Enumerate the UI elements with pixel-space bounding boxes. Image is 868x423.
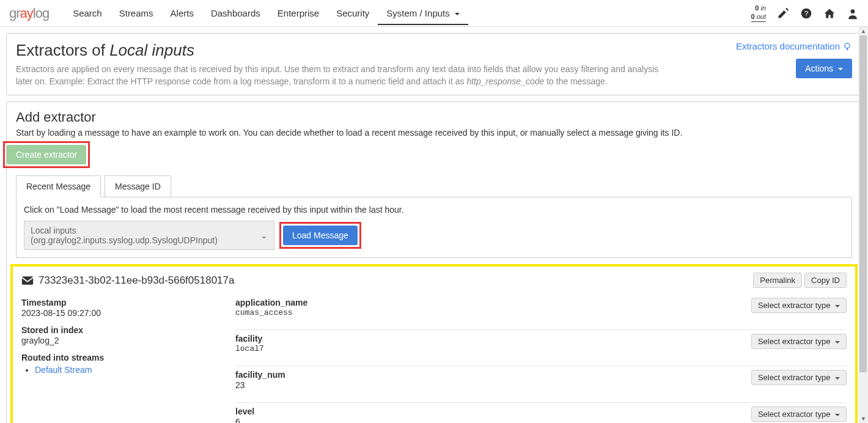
- timestamp-value: 2023-08-15 09:27:00: [21, 308, 217, 318]
- input-select[interactable]: Local inputs (org.graylog2.inputs.syslog…: [24, 221, 274, 250]
- nav-search[interactable]: Search: [64, 1, 111, 25]
- chevron-down-icon: [835, 414, 840, 416]
- field-row: level6Select extractor type: [235, 402, 847, 423]
- message-meta-column: Timestamp 2023-08-15 09:27:00 Stored in …: [21, 298, 217, 423]
- actions-button[interactable]: Actions: [796, 59, 852, 78]
- chevron-down-icon: [835, 305, 840, 307]
- field-value: 23: [235, 380, 745, 390]
- field-name: facility: [235, 334, 745, 344]
- chevron-down-icon: [838, 68, 843, 70]
- field-name: facility_num: [235, 370, 745, 380]
- page-description: Extractors are applied on every message …: [16, 64, 664, 87]
- tab-content: Click on "Load Message" to load the most…: [16, 197, 852, 258]
- select-extractor-type-button[interactable]: Select extractor type: [751, 298, 847, 313]
- field-name: level: [235, 406, 745, 416]
- user-icon[interactable]: [847, 7, 859, 20]
- select-extractor-type-button[interactable]: Select extractor type: [751, 334, 847, 349]
- tab-message-id[interactable]: Message ID: [105, 175, 171, 197]
- field-row: application_namecumas_accessSelect extra…: [235, 298, 847, 325]
- lightbulb-icon: [842, 42, 852, 51]
- field-row: facilitylocal7Select extractor type: [235, 329, 847, 361]
- add-extractor-desc: Start by loading a message to have an ex…: [16, 128, 852, 138]
- page-header-panel: Extractors of Local inputs Extractors ar…: [6, 33, 862, 95]
- nav-system-inputs[interactable]: System / Inputs: [378, 1, 468, 25]
- chevron-down-icon: [455, 13, 460, 15]
- message-body: Timestamp 2023-08-15 09:27:00 Stored in …: [21, 298, 847, 423]
- list-item: Default Stream: [35, 365, 217, 375]
- in-count: 0: [755, 4, 759, 12]
- logo[interactable]: graylog: [9, 6, 49, 21]
- highlight-box-red: Load Message: [279, 222, 361, 249]
- svg-rect-6: [22, 276, 33, 284]
- nav-streams[interactable]: Streams: [111, 1, 162, 25]
- svg-point-2: [851, 9, 855, 13]
- nav-dashboards[interactable]: Dashboards: [202, 1, 269, 25]
- tab-recent-message[interactable]: Recent Message: [16, 175, 101, 197]
- create-extractor-button[interactable]: Create extractor: [7, 145, 86, 164]
- title-text: Extractors of: [16, 41, 109, 59]
- nav-enterprise[interactable]: Enterprise: [269, 1, 328, 25]
- nav-menu: Search Streams Alerts Dashboards Enterpr…: [64, 1, 751, 25]
- logo-part: log: [33, 6, 49, 21]
- add-extractor-panel: Add extractor Start by loading a message…: [6, 101, 862, 423]
- throughput: 0 in 0 out: [751, 4, 766, 21]
- message-id: 73323e31-3b02-11ee-b93d-566f0518017a: [39, 274, 234, 287]
- select-extractor-type-button[interactable]: Select extractor type: [751, 370, 847, 385]
- desc-text2: to the message.: [544, 76, 608, 86]
- svg-text:?: ?: [804, 9, 809, 17]
- edit-icon[interactable]: [777, 7, 789, 20]
- copy-id-button[interactable]: Copy ID: [804, 273, 847, 288]
- field-value: local7: [235, 344, 745, 353]
- message-header: 73323e31-3b02-11ee-b93d-566f0518017a Per…: [21, 273, 847, 288]
- message-result-box: 73323e31-3b02-11ee-b93d-566f0518017a Per…: [10, 264, 858, 423]
- nav-alerts[interactable]: Alerts: [162, 1, 202, 25]
- chevron-down-icon: [835, 341, 840, 344]
- navbar: graylog Search Streams Alerts Dashboards…: [0, 0, 868, 27]
- field-value: cumas_access: [235, 308, 745, 317]
- load-message-button[interactable]: Load Message: [283, 226, 358, 245]
- streams-list: Default Stream: [21, 365, 217, 375]
- scroll-up-icon[interactable]: ▲: [861, 28, 866, 34]
- field-name: application_name: [235, 298, 745, 307]
- scrollbar[interactable]: ▲ ▼: [858, 27, 868, 423]
- highlight-box-red: Create extractor: [3, 141, 90, 168]
- add-extractor-title: Add extractor: [16, 109, 852, 125]
- index-value: graylog_2: [21, 336, 217, 345]
- logo-part: gr: [9, 6, 20, 21]
- desc-em: http_response_code: [466, 76, 544, 86]
- field-row: facility_num23Select extractor type: [235, 366, 847, 397]
- input-select-value: Local inputs (org.graylog2.inputs.syslog…: [31, 226, 260, 245]
- tab-help-text: Click on "Load Message" to load the most…: [24, 205, 844, 215]
- actions-label: Actions: [805, 64, 833, 73]
- out-count: 0: [751, 13, 755, 20]
- help-icon[interactable]: ?: [800, 7, 812, 20]
- nav-right: 0 in 0 out ?: [751, 4, 859, 21]
- permalink-button[interactable]: Permalink: [753, 273, 802, 288]
- tabs: Recent Message Message ID: [16, 175, 852, 197]
- svg-point-3: [845, 43, 850, 48]
- home-icon[interactable]: [823, 7, 836, 20]
- title-em: Local inputs: [109, 41, 194, 59]
- nav-label: System / Inputs: [386, 8, 449, 18]
- timestamp-label: Timestamp: [21, 298, 217, 307]
- field-value: 6: [235, 417, 745, 423]
- streams-label: Routed into streams: [21, 353, 217, 362]
- page-title: Extractors of Local inputs: [16, 41, 736, 60]
- scrollbar-thumb[interactable]: [859, 35, 867, 372]
- out-label: out: [757, 13, 766, 20]
- logo-part: ay: [20, 6, 33, 21]
- chevron-down-icon: ⌄: [260, 230, 268, 240]
- page-content: Extractors of Local inputs Extractors ar…: [0, 27, 868, 423]
- chevron-down-icon: [835, 377, 840, 380]
- documentation-link[interactable]: Extractors documentation: [736, 41, 852, 51]
- select-extractor-type-button[interactable]: Select extractor type: [751, 406, 847, 422]
- nav-security[interactable]: Security: [328, 1, 378, 25]
- stream-link[interactable]: Default Stream: [35, 365, 92, 375]
- scroll-down-icon[interactable]: ▼: [861, 416, 866, 422]
- in-label: in: [760, 4, 766, 12]
- envelope-icon: [21, 276, 34, 285]
- message-fields-column: application_namecumas_accessSelect extra…: [235, 298, 847, 423]
- index-label: Stored in index: [21, 325, 217, 335]
- doclink-label: Extractors documentation: [736, 41, 840, 51]
